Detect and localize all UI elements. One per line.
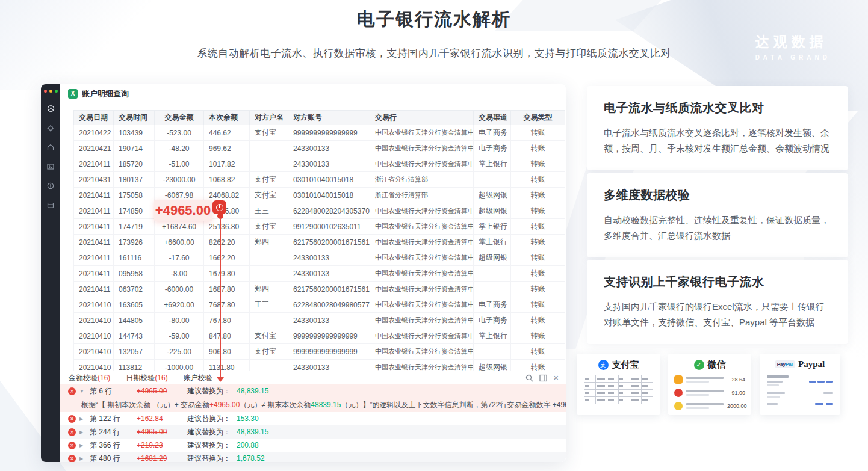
issue-new-value: 153.30 [237, 414, 259, 423]
alipay-sample-table [584, 375, 653, 404]
close-icon[interactable]: × [553, 374, 559, 382]
caret-right-icon[interactable]: ▶ [79, 443, 85, 448]
panel-layout-icon[interactable] [539, 374, 547, 382]
search-icon[interactable] [525, 374, 533, 382]
wechat-transaction-row: 2000.00 [668, 402, 751, 410]
table-cell [474, 344, 511, 360]
table-cell: 掌上银行 [474, 235, 511, 250]
table-cell [250, 266, 288, 282]
table-row[interactable]: 20210411173926+6600.008262.20郑四621756020… [74, 235, 565, 250]
table-row[interactable]: 20210431180137-23000.001068.82支付宝0301010… [74, 172, 565, 188]
table-row[interactable]: 20210410144805-80.00767.80243300133中国农业银… [74, 313, 565, 328]
transactions-table: 交易日期交易时间交易金额本次余额对方户名对方账号交易行交易渠道交易类型 2021… [73, 110, 565, 375]
table-row[interactable]: 20210421190714-48.20969.62243300133中国农业银… [74, 141, 565, 156]
table-cell: 转账 [511, 250, 565, 266]
table-row[interactable]: 20210411095958-8.001679.80243300133中国农业银… [74, 266, 565, 282]
table-row[interactable]: 20210410163605+6920.007687.80王三622848002… [74, 297, 565, 313]
issue-suggest-label: 建议替换为： [187, 454, 231, 463]
transaction-amount: -28.64 [730, 377, 745, 383]
caret-down-icon[interactable]: ▼ [79, 389, 85, 394]
table-cell: 20210411 [74, 203, 114, 219]
page-subtitle: 系统自动解析电子流水、执行数据审核，支持国内几千家银行流水识别，支持与打印纸质流… [0, 46, 868, 60]
table-cell: 电子商务 [474, 313, 511, 328]
table-cell: -225.00 [155, 344, 204, 360]
table-cell: 掌上银行 [474, 156, 511, 172]
table-row[interactable]: 20210411161116-17.601662.20243300133中国农业… [74, 250, 565, 266]
issue-old-value: +210.23 [137, 441, 185, 449]
table-cell: 支付宝 [250, 172, 288, 188]
table-cell: 132057 [114, 344, 155, 360]
feature-title: 多维度数据校验 [604, 187, 831, 203]
feature-card-2: 多维度数据校验自动校验数据完整性、连续性及重复性，保证数据质量，多维度合并、汇总… [587, 173, 848, 257]
table-cell: 超级网银 [474, 203, 511, 219]
validation-issue-row[interactable]: ×▶第 366 行+210.23建议替换为：200.88 [60, 439, 566, 452]
brand-logo: 达观数据 DATA GRAND [755, 32, 831, 61]
hero: 电子银行流水解析 系统自动解析电子流水、执行数据审核，支持国内几千家银行流水识别… [0, 7, 868, 60]
table-cell: 173926 [114, 235, 155, 250]
error-icon: × [68, 387, 76, 395]
table-cell: 446.62 [204, 125, 250, 141]
issue-new-value: 48,839.15 [237, 428, 268, 436]
table-row[interactable]: 20210411185720-51.001017.82243300133中国农业… [74, 156, 565, 172]
maximize-window-icon[interactable] [55, 90, 58, 93]
validation-tab-1[interactable]: 金额校验(16) [69, 373, 110, 383]
feature-body: 电子流水与纸质流水交叉逐条比对，逐笔核对发生额、余额，按周、月、季末核对发生额汇… [604, 125, 831, 156]
table-cell: 郑四 [250, 282, 288, 297]
table-row[interactable]: 20210410132057-225.00906.80支付宝9999999999… [74, 344, 565, 360]
close-window-icon[interactable] [44, 90, 47, 93]
issue-row-label: 第 480 行 [90, 454, 128, 463]
validation-issue-row[interactable]: ×▶第 122 行+162.84建议替换为：153.30 [60, 412, 566, 425]
table-row[interactable]: 20210411175058-6067.9824068.82支付宝0301010… [74, 188, 565, 203]
caret-right-icon[interactable]: ▶ [79, 416, 85, 422]
brand-name: 达观数据 [755, 32, 831, 51]
table-cell: 转账 [511, 172, 565, 188]
table-cell: 20210422 [74, 125, 114, 141]
caret-right-icon[interactable]: ▶ [79, 429, 85, 435]
table-row[interactable]: 20210411174719+16874.6025136.80支付宝991290… [74, 219, 565, 235]
table-cell: 180137 [114, 172, 155, 188]
home-icon[interactable] [47, 144, 54, 151]
minimize-window-icon[interactable] [49, 90, 52, 93]
validation-issue-row[interactable]: ×▶第 480 行+1681.29建议替换为：1,678.52 [60, 452, 566, 462]
validation-tab-2[interactable]: 日期校验(16) [126, 373, 167, 383]
validation-tab-3[interactable]: 账户校验 [184, 373, 212, 383]
table-cell: -8.00 [155, 266, 204, 282]
table-cell: 175058 [114, 188, 155, 203]
table-cell [155, 203, 204, 219]
wechat-icon: ✓ [694, 360, 704, 370]
table-cell: 99129000102635011 [288, 219, 370, 235]
folder-icon[interactable] [47, 202, 54, 209]
wechat-transaction-row: -91.00 [668, 389, 751, 397]
validation-issue-row[interactable]: ×▼第 6 行+4965.00建议替换为：48,839.15 [60, 384, 566, 398]
table-cell [250, 141, 288, 156]
table-cell: 中国农业银行天津分行资金清算中心 [370, 328, 474, 344]
validation-issue-row[interactable]: ×▶第 244 行+4965.00建议替换为：48,839.15 [60, 425, 566, 439]
column-header: 交易金额 [155, 111, 204, 125]
error-icon: × [68, 428, 76, 436]
table-cell: 中国农业银行天津分行资金清算中心 [370, 344, 474, 360]
table-cell: 20210410 [74, 313, 114, 328]
alipay-icon: 支 [598, 360, 609, 370]
issue-suggest-label: 建议替换为： [187, 440, 231, 451]
image-icon[interactable] [47, 163, 54, 170]
paypal-card: PayPal Paypal [760, 354, 840, 415]
table-cell: 906.80 [204, 344, 250, 360]
gear-icon[interactable] [47, 125, 54, 132]
column-header: 对方户名 [250, 111, 288, 125]
table-cell: -23000.00 [155, 172, 204, 188]
table-row[interactable]: 2021041117485030136.80王三6228480028204305… [74, 203, 565, 219]
info-icon[interactable] [47, 182, 54, 189]
table-cell: 中国农业银行天津分行资金清算中心 [370, 313, 474, 328]
app-logo-icon[interactable] [47, 105, 55, 112]
table-row[interactable]: 20210422103439-523.00446.62支付宝9999999999… [74, 125, 565, 141]
table-row[interactable]: 20210411063702-6000.001687.80郑四621756020… [74, 282, 565, 297]
table-row[interactable]: 20210410144743-59.00847.80支付宝99999999999… [74, 328, 565, 344]
table-cell [250, 313, 288, 328]
table-cell: -6067.98 [155, 188, 204, 203]
table-cell: 243300133 [288, 313, 370, 328]
table-cell: 243300133 [288, 266, 370, 282]
validation-panel: 金额校验(16)日期校验(16)账户校验 × ×▼第 6 行+4965.00建议… [60, 371, 566, 462]
issue-new-value: 200.88 [237, 441, 259, 449]
table-cell: 转账 [511, 344, 565, 360]
caret-right-icon[interactable]: ▶ [79, 456, 85, 461]
